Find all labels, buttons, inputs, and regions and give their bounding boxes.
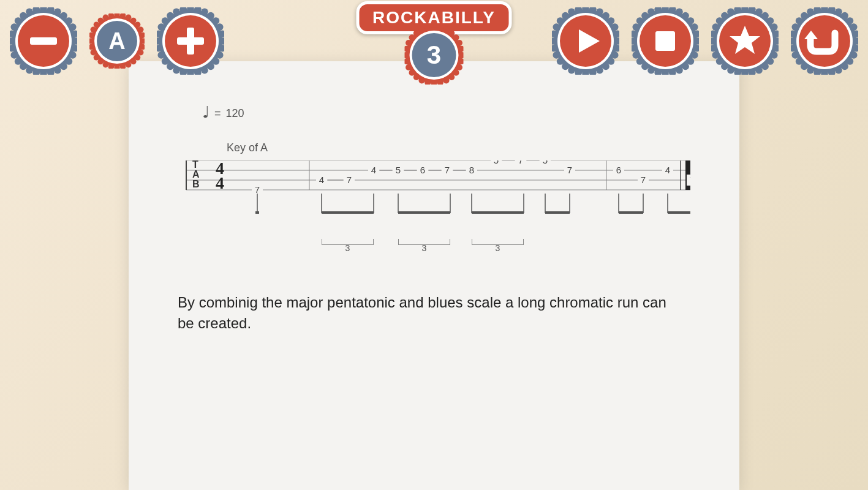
tab-staff: TAB447474567857576747 333 bbox=[178, 160, 690, 255]
key-line: Key of A bbox=[227, 141, 690, 154]
svg-text:7: 7 bbox=[690, 175, 690, 185]
svg-text:4: 4 bbox=[216, 173, 224, 192]
lesson-description: By combinig the major pentatonic and blu… bbox=[178, 292, 680, 333]
svg-text:6: 6 bbox=[616, 165, 621, 175]
svg-text:7: 7 bbox=[518, 160, 523, 165]
svg-text:5: 5 bbox=[494, 160, 499, 165]
svg-text:5: 5 bbox=[543, 160, 548, 165]
svg-rect-314 bbox=[398, 211, 450, 214]
stop-button[interactable] bbox=[632, 7, 699, 75]
tempo-value: 120 bbox=[226, 107, 244, 120]
lesson-number-badge[interactable]: 3 bbox=[404, 26, 463, 85]
tempo-row: ♩ = 120 bbox=[202, 104, 690, 123]
svg-text:A: A bbox=[192, 169, 200, 179]
left-button-group: A bbox=[10, 7, 224, 75]
plus-button[interactable] bbox=[157, 7, 224, 75]
svg-text:7: 7 bbox=[347, 175, 352, 185]
key-letter: A bbox=[108, 28, 125, 54]
svg-rect-31 bbox=[30, 37, 57, 45]
quarter-note-icon: ♩ bbox=[202, 103, 209, 122]
svg-text:8: 8 bbox=[469, 165, 474, 175]
tab-sheet: ♩ = 120 Key of A TAB447474567857576747 3… bbox=[129, 61, 739, 490]
genre-lesson-group: ROCKABILLY 3 bbox=[356, 1, 512, 85]
svg-rect-328 bbox=[255, 211, 259, 214]
svg-point-222 bbox=[799, 15, 850, 67]
svg-rect-95 bbox=[187, 28, 194, 55]
svg-rect-311 bbox=[322, 211, 374, 214]
svg-text:7: 7 bbox=[255, 184, 260, 195]
svg-text:B: B bbox=[192, 179, 200, 189]
right-button-group bbox=[552, 7, 858, 75]
svg-rect-323 bbox=[619, 211, 643, 214]
favorite-button[interactable] bbox=[711, 7, 779, 75]
svg-text:4: 4 bbox=[665, 165, 670, 175]
svg-text:4: 4 bbox=[371, 165, 376, 175]
svg-text:4: 4 bbox=[319, 175, 324, 185]
lesson-number: 3 bbox=[427, 40, 441, 69]
back-button[interactable] bbox=[791, 7, 858, 75]
svg-text:7: 7 bbox=[445, 165, 450, 175]
svg-text:6: 6 bbox=[420, 165, 425, 175]
svg-text:7: 7 bbox=[567, 165, 572, 175]
svg-text:5: 5 bbox=[396, 165, 401, 175]
key-display-badge[interactable]: A bbox=[89, 13, 145, 69]
play-button[interactable] bbox=[552, 7, 619, 75]
svg-rect-326 bbox=[668, 211, 690, 214]
svg-text:7: 7 bbox=[641, 175, 646, 185]
svg-text:T: T bbox=[192, 160, 198, 170]
svg-rect-317 bbox=[472, 211, 524, 214]
svg-rect-159 bbox=[655, 31, 675, 51]
svg-rect-320 bbox=[545, 211, 570, 214]
minus-button[interactable] bbox=[10, 7, 77, 75]
